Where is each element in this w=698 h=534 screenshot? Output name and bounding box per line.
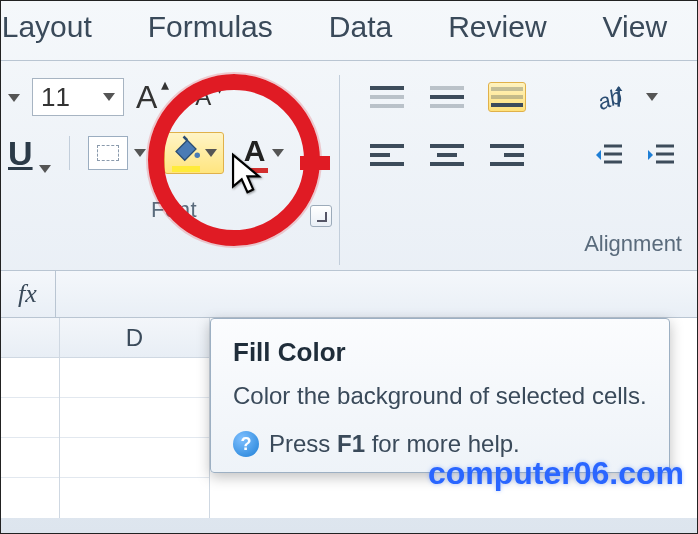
column-d: D [60, 318, 210, 518]
chevron-down-icon[interactable] [134, 149, 146, 157]
chevron-down-icon[interactable] [205, 149, 217, 157]
help-icon: ? [233, 431, 259, 457]
separator [69, 136, 70, 170]
fill-color-button[interactable] [164, 132, 224, 174]
cell[interactable] [0, 358, 59, 398]
watermark: computer06.com [428, 455, 684, 492]
decrease-indent-button[interactable] [594, 142, 624, 168]
font-size-input[interactable]: 11 [32, 78, 124, 116]
chevron-down-icon[interactable] [103, 93, 115, 101]
align-center-button[interactable] [428, 140, 466, 170]
tooltip-body: Color the background of selected cells. [233, 380, 647, 412]
column-header[interactable] [0, 318, 59, 358]
separator [55, 271, 56, 317]
font-group: 11 A▴ A▾ U [0, 75, 340, 223]
ribbon-tabs: ge Layout Formulas Data Review View [0, 0, 698, 60]
borders-button[interactable] [88, 136, 146, 170]
font-group-label: Font [8, 197, 340, 223]
font-dialog-launcher[interactable] [310, 205, 332, 227]
align-top-button[interactable] [368, 82, 406, 112]
borders-icon [88, 136, 128, 170]
formula-bar[interactable]: fx [0, 270, 698, 318]
chevron-down-icon[interactable] [39, 165, 51, 173]
ribbon: 11 A▴ A▾ U [0, 61, 698, 223]
cell[interactable] [0, 398, 59, 438]
chevron-down-icon[interactable] [272, 149, 284, 157]
fill-color-swatch [172, 166, 200, 172]
font-color-button[interactable]: A [242, 134, 284, 173]
column-c [0, 318, 60, 518]
column-header-d[interactable]: D [60, 318, 209, 358]
font-color-swatch [242, 168, 268, 173]
alignment-group: ab Alignment [340, 75, 698, 223]
tab-view[interactable]: View [603, 10, 667, 44]
font-name-dropdown[interactable] [8, 88, 20, 106]
paint-bucket-icon [171, 134, 201, 164]
annotation-tick [300, 156, 330, 170]
shrink-font-button[interactable]: A▾ [195, 83, 211, 111]
alignment-group-label: Alignment [584, 231, 682, 257]
tab-data[interactable]: Data [329, 10, 392, 44]
fx-icon[interactable]: fx [0, 279, 55, 309]
tab-page-layout[interactable]: ge Layout [0, 10, 92, 44]
tooltip-fill-color: Fill Color Color the background of selec… [210, 318, 670, 473]
cell[interactable] [60, 438, 209, 478]
align-left-button[interactable] [368, 140, 406, 170]
cell[interactable] [60, 358, 209, 398]
align-bottom-button[interactable] [488, 82, 526, 112]
orientation-button[interactable]: ab [594, 80, 624, 114]
underline-button[interactable]: U [8, 134, 51, 173]
tab-review[interactable]: Review [448, 10, 546, 44]
tooltip-title: Fill Color [233, 337, 647, 368]
increase-indent-button[interactable] [646, 142, 676, 168]
font-size-value: 11 [41, 82, 70, 113]
chevron-down-icon[interactable] [646, 93, 658, 101]
grow-font-button[interactable]: A▴ [136, 79, 157, 116]
align-right-button[interactable] [488, 140, 526, 170]
cell[interactable] [60, 398, 209, 438]
align-middle-button[interactable] [428, 82, 466, 112]
cell[interactable] [0, 438, 59, 478]
svg-point-0 [194, 153, 200, 159]
tab-formulas[interactable]: Formulas [148, 10, 273, 44]
